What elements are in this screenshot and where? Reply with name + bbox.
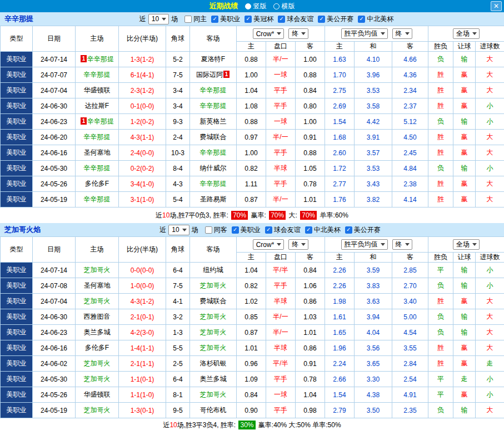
home-odds-cell: 0.87 — [237, 192, 266, 207]
avg-home-cell: 2.77 — [325, 176, 355, 192]
league-cell: 美职业 — [1, 356, 33, 372]
filter-checkbox[interactable]: ✓中北美杯 — [358, 14, 393, 24]
away-team-cell: 纽约城 — [190, 263, 237, 278]
radio-unselected-icon[interactable] — [273, 3, 280, 9]
sub-header-avg-home: 主 — [325, 253, 355, 263]
close-button[interactable]: ✕ — [491, 1, 502, 11]
odds-period-select[interactable]: 终 — [288, 28, 308, 39]
home-odds-cell: 0.96 — [237, 356, 266, 372]
avg-away-cell: 2.54 — [392, 372, 428, 387]
league-cell: 美职业 — [1, 372, 33, 387]
avg-home-cell: 1.72 — [325, 161, 355, 176]
average-period-select[interactable]: 终 — [392, 239, 412, 250]
average-select[interactable]: 胜平负均值 — [341, 28, 388, 39]
away-team-name: 辛辛那提 — [200, 149, 227, 156]
avg-home-cell: 1.70 — [325, 67, 355, 83]
result-cell: 胜 — [428, 83, 453, 98]
checkbox-checked-icon[interactable]: ✓ — [345, 226, 352, 234]
result-cell: 胜 — [428, 145, 453, 161]
checkbox-unchecked-icon[interactable] — [184, 16, 192, 23]
checkbox-checked-icon[interactable]: ✓ — [232, 226, 239, 234]
score-cell: 1-2(0-2) — [119, 114, 166, 130]
col-header-corners: 角球 — [166, 26, 190, 52]
home-team-cell: 辛辛那提 — [76, 67, 119, 83]
goals-result-cell: 小 — [476, 387, 504, 403]
checkbox-checked-icon[interactable]: ✓ — [318, 16, 325, 23]
filter-bar: 近 10 场 同主✓美职业✓美冠杯✓球会友谊✓美公开赛✓中北美杯 — [139, 14, 393, 24]
score-cell: 1-3(1-2) — [119, 52, 166, 67]
match-count-select[interactable]: 10 — [168, 225, 189, 235]
match-row: 美职业 24-06-16 圣何塞地 2-4(0-0) 10-3 辛辛那提 1.0… — [1, 145, 504, 161]
filter-checkbox[interactable]: 同客 — [205, 225, 227, 235]
scope-select[interactable]: 全场 — [453, 239, 480, 250]
filter-checkbox[interactable]: ✓美冠杯 — [244, 14, 273, 24]
home-team-name: 辛辛那提 — [87, 117, 114, 125]
date-cell: 24-05-30 — [33, 161, 76, 176]
radio-selected-icon[interactable] — [245, 3, 251, 9]
checkbox-checked-icon[interactable]: ✓ — [265, 226, 272, 234]
home-team-name: 辛辛那提 — [84, 195, 111, 203]
sub-header-goals: 进球数 — [476, 42, 504, 52]
filter-checkbox-group: 同客✓美职业✓球会友谊✓中北美杯✓美公开赛 — [201, 225, 381, 235]
filter-checkbox[interactable]: 同主 — [184, 14, 207, 24]
avg-away-cell: 2.45 — [392, 145, 428, 161]
checkbox-checked-icon[interactable]: ✓ — [305, 226, 312, 234]
bookmaker-select[interactable]: Crow* — [253, 239, 285, 250]
away-odds-cell: 1.01 — [296, 192, 325, 207]
filter-checkbox[interactable]: ✓中北美杯 — [305, 225, 341, 235]
score-cell: 6-1(4-1) — [119, 67, 166, 83]
result-cell: 负 — [428, 161, 453, 176]
handicap-result-cell: 输 — [453, 114, 476, 130]
filter-checkbox[interactable]: ✓美公开赛 — [318, 14, 353, 24]
league-cell: 美职业 — [1, 387, 33, 403]
corners-cell: 7-5 — [166, 67, 190, 83]
filter-checkbox[interactable]: ✓美职业 — [232, 225, 261, 235]
league-cell: 美职业 — [1, 340, 33, 356]
handicap-result-cell: 输 — [453, 309, 476, 325]
handicap-result-cell: 赢 — [453, 67, 476, 83]
checkbox-checked-icon[interactable]: ✓ — [211, 16, 218, 23]
checkbox-checked-icon[interactable]: ✓ — [244, 16, 252, 23]
home-team-name: 辛辛那提 — [84, 133, 111, 141]
score-cell: 1-1(0-1) — [119, 372, 166, 387]
match-row: 美职业 24-06-16 多伦多F 1-4(1-1) 5-5 芝加哥火 1.01… — [1, 340, 504, 356]
checkbox-checked-icon[interactable]: ✓ — [358, 16, 365, 23]
average-select[interactable]: 胜平负均值 — [341, 239, 388, 250]
away-team-name: 费城联合 — [200, 297, 227, 305]
avg-away-cell: 4.36 — [392, 67, 428, 83]
avg-away-cell: 3.40 — [392, 294, 428, 309]
filter-checkbox[interactable]: ✓美公开赛 — [345, 225, 381, 235]
average-period-select[interactable]: 终 — [392, 28, 412, 39]
away-team-name: 芝加哥火 — [200, 313, 227, 320]
home-team-cell: 达拉斯F — [76, 98, 119, 114]
avg-away-cell: 4.84 — [392, 161, 428, 176]
away-team-cell: 芝加哥火 — [190, 278, 237, 294]
vertical-layout-radio[interactable]: 竖版 — [245, 2, 267, 11]
titlebar: 近期战绩 竖版 横版 ✕ — [0, 0, 504, 12]
col-header-home: 主场 — [76, 26, 119, 52]
odds-period-select[interactable]: 终 — [288, 239, 308, 250]
filter-checkbox[interactable]: ✓球会友谊 — [278, 14, 313, 24]
goals-result-cell: 小 — [476, 263, 504, 278]
red-card-badge: 1 — [223, 71, 229, 78]
horizontal-layout-radio[interactable]: 横版 — [273, 2, 295, 11]
corners-cell: 6-4 — [166, 263, 190, 278]
rate-badge: 70% — [269, 211, 286, 220]
filter-checkbox-label: 美职业 — [241, 225, 261, 235]
filter-checkbox[interactable]: ✓美职业 — [211, 14, 240, 24]
avg-away-cell: 5.12 — [392, 114, 428, 130]
handicap-cell: 平手 — [266, 176, 296, 192]
home-odds-cell: 1.00 — [237, 67, 266, 83]
home-team-name: 圣何塞地 — [84, 149, 111, 156]
checkbox-unchecked-icon[interactable] — [205, 226, 212, 234]
score-cell: 2-3(1-2) — [119, 83, 166, 98]
match-count-select[interactable]: 10 — [148, 14, 169, 24]
filter-checkbox[interactable]: ✓球会友谊 — [265, 225, 301, 235]
chevron-down-icon — [277, 243, 281, 246]
home-odds-cell: 0.87 — [237, 325, 266, 340]
handicap-result-cell: 赢 — [453, 98, 476, 114]
match-row: 美职业 24-06-02 芝加哥火 2-1(1-1) 2-5 洛杉矶银 0.96… — [1, 356, 504, 372]
bookmaker-select[interactable]: Crow* — [253, 28, 285, 39]
scope-select[interactable]: 全场 — [453, 28, 480, 39]
checkbox-checked-icon[interactable]: ✓ — [278, 16, 285, 23]
